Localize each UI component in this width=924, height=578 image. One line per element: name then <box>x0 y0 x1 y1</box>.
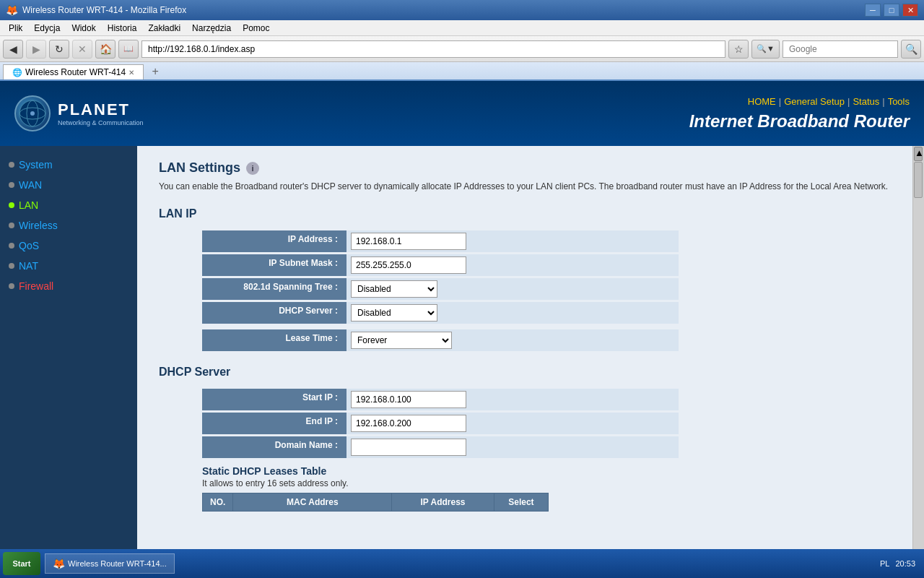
subnet-mask-input[interactable] <box>351 256 466 274</box>
browser-icon: 🦊 <box>6 4 18 16</box>
tab-bar: 🌐 Wireless Router WRT-414 ✕ + <box>0 62 924 81</box>
sidebar-item-lan[interactable]: LAN <box>9 198 128 212</box>
sidebar-dot-firewall <box>9 283 14 289</box>
taskbar: Start 🦊 Wireless Router WRT-414... PL 20… <box>0 549 924 578</box>
router-header: PLANET Networking & Communication HOME |… <box>0 81 924 146</box>
nav-tools[interactable]: Tools <box>888 96 910 107</box>
reload-button[interactable]: ↻ <box>49 40 69 59</box>
col-no: NO. <box>203 493 233 512</box>
svg-point-3 <box>30 111 35 116</box>
domain-name-input[interactable] <box>351 439 466 456</box>
new-tab-button[interactable]: + <box>147 64 164 79</box>
lease-time-select[interactable]: Forever 1 day 12 hours 8 hours 4 hours 1… <box>351 332 452 349</box>
sidebar-dot-wan <box>9 182 14 188</box>
section-title-text: LAN Settings <box>159 160 240 176</box>
active-tab[interactable]: 🌐 Wireless Router WRT-414 ✕ <box>3 64 144 79</box>
home-button[interactable]: 🏠 <box>95 40 116 59</box>
end-ip-input[interactable] <box>351 415 466 432</box>
sidebar-item-wan[interactable]: WAN <box>9 178 128 192</box>
spanning-tree-label: 802.1d Spanning Tree : <box>202 278 346 300</box>
section-title: LAN Settings i <box>159 160 902 176</box>
minimize-button[interactable]: ─ <box>865 4 881 17</box>
static-dhcp-table-container: Static DHCP Leases Table It allows to en… <box>202 465 679 512</box>
nav-general-setup[interactable]: General Setup <box>784 96 845 107</box>
logo-brand: PLANET <box>58 100 144 119</box>
nav-status[interactable]: Status <box>853 96 879 107</box>
menu-historia[interactable]: Historia <box>102 22 143 35</box>
sidebar-link-lan[interactable]: LAN <box>19 199 38 211</box>
start-ip-row: Start IP : <box>202 389 679 410</box>
tab-close-button[interactable]: ✕ <box>128 69 134 77</box>
menu-widok[interactable]: Widok <box>66 22 101 35</box>
forward-button[interactable]: ▶ <box>26 40 46 59</box>
search-engine-button[interactable]: 🔍▼ <box>751 40 780 59</box>
scrollbar-track[interactable]: ▲ <box>912 146 924 562</box>
sidebar-item-firewall[interactable]: Firewall <box>9 279 128 293</box>
sidebar-link-nat[interactable]: NAT <box>19 260 38 272</box>
dhcp-server-input-cell: Disabled Enabled <box>346 302 517 324</box>
logo-subtitle: Networking & Communication <box>58 119 144 126</box>
search-input[interactable] <box>783 40 898 58</box>
nav-home[interactable]: HOME <box>748 96 776 107</box>
star-button[interactable]: ☆ <box>728 40 749 59</box>
address-input[interactable] <box>141 40 725 58</box>
scrollbar-up-button[interactable]: ▲ <box>914 147 923 161</box>
sidebar-item-nat[interactable]: NAT <box>9 259 128 273</box>
ip-address-input[interactable] <box>351 233 466 250</box>
subnet-mask-input-cell <box>346 254 517 276</box>
start-ip-input-cell <box>346 389 517 410</box>
lease-time-input-cell: Forever 1 day 12 hours 8 hours 4 hours 1… <box>346 329 517 351</box>
close-button[interactable]: ✕ <box>902 4 918 17</box>
dhcp-server-select[interactable]: Disabled Enabled <box>351 304 437 322</box>
ip-address-label: IP Address : <box>202 230 346 252</box>
tab-icon: 🌐 <box>12 68 22 77</box>
spanning-tree-select[interactable]: Disabled Enabled <box>351 280 437 298</box>
back-button[interactable]: ◀ <box>3 40 23 59</box>
dhcp-server-row: DHCP Server : Disabled Enabled <box>202 302 679 324</box>
sidebar-link-system[interactable]: System <box>19 159 53 171</box>
sidebar-link-firewall[interactable]: Firewall <box>19 280 53 292</box>
menu-narzedzia[interactable]: Narzędzia <box>186 22 237 35</box>
bookmark-button[interactable]: 📖 <box>118 40 139 59</box>
end-ip-input-cell <box>346 413 517 434</box>
search-go-button[interactable]: 🔍 <box>901 40 921 59</box>
start-button[interactable]: Start <box>3 552 40 575</box>
menu-plik[interactable]: Plik <box>3 22 28 35</box>
spanning-tree-input-cell: Disabled Enabled <box>346 278 517 300</box>
start-ip-input[interactable] <box>351 391 466 408</box>
sidebar-link-wan[interactable]: WAN <box>19 179 42 191</box>
header-nav: HOME | General Setup | Status | Tools In… <box>689 96 910 131</box>
taskbar-firefox-button[interactable]: 🦊 Wireless Router WRT-414... <box>45 553 175 574</box>
section-description: You can enable the Broadband router's DH… <box>159 180 902 193</box>
tab-label: Wireless Router WRT-414 <box>25 67 126 77</box>
sidebar-dot-qos <box>9 243 14 249</box>
sidebar-item-wireless[interactable]: Wireless <box>9 218 128 233</box>
menu-edycja[interactable]: Edycja <box>28 22 66 35</box>
subnet-mask-row: IP Subnet Mask : <box>202 254 679 276</box>
sidebar-item-system[interactable]: System <box>9 158 128 172</box>
ip-address-row: IP Address : <box>202 230 679 252</box>
maximize-button[interactable]: □ <box>884 4 899 17</box>
menu-zakladki[interactable]: Zakładki <box>142 22 186 35</box>
info-icon[interactable]: i <box>246 162 259 175</box>
domain-name-label: Domain Name : <box>202 436 346 458</box>
static-dhcp-subtitle: It allows to entry 16 sets address only. <box>202 478 679 488</box>
end-ip-row: End IP : <box>202 413 679 434</box>
sidebar-item-qos[interactable]: QoS <box>9 238 128 253</box>
main-content: LAN Settings i You can enable the Broadb… <box>137 146 924 562</box>
sidebar-dot-nat <box>9 263 14 269</box>
dhcp-leases-table: NO. MAC Addres IP Address Select <box>202 493 549 512</box>
lease-time-label: Lease Time : <box>202 329 346 351</box>
menu-pomoc[interactable]: Pomoc <box>237 22 275 35</box>
col-ip: IP Address <box>392 493 494 512</box>
sidebar-link-wireless[interactable]: Wireless <box>19 220 58 231</box>
spanning-tree-row: 802.1d Spanning Tree : Disabled Enabled <box>202 278 679 300</box>
sidebar-link-qos[interactable]: QoS <box>19 240 39 251</box>
stop-button[interactable]: ✕ <box>72 40 92 59</box>
scrollbar-thumb[interactable] <box>914 162 923 198</box>
static-dhcp-title: Static DHCP Leases Table <box>202 465 679 477</box>
router-title: Internet Broadband Router <box>689 111 910 131</box>
lease-time-row: Lease Time : Forever 1 day 12 hours 8 ho… <box>202 329 679 351</box>
col-select: Select <box>494 493 548 512</box>
lan-ip-title: LAN IP <box>159 207 902 220</box>
